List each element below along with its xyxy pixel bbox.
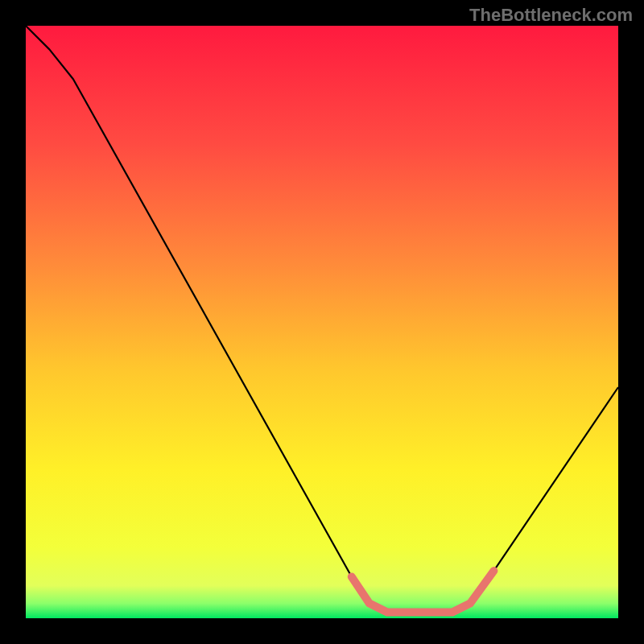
chart-container: TheBottleneck.com — [0, 0, 644, 644]
plot-background — [26, 26, 618, 618]
watermark-text: TheBottleneck.com — [469, 5, 633, 26]
bottleneck-chart — [0, 0, 644, 644]
